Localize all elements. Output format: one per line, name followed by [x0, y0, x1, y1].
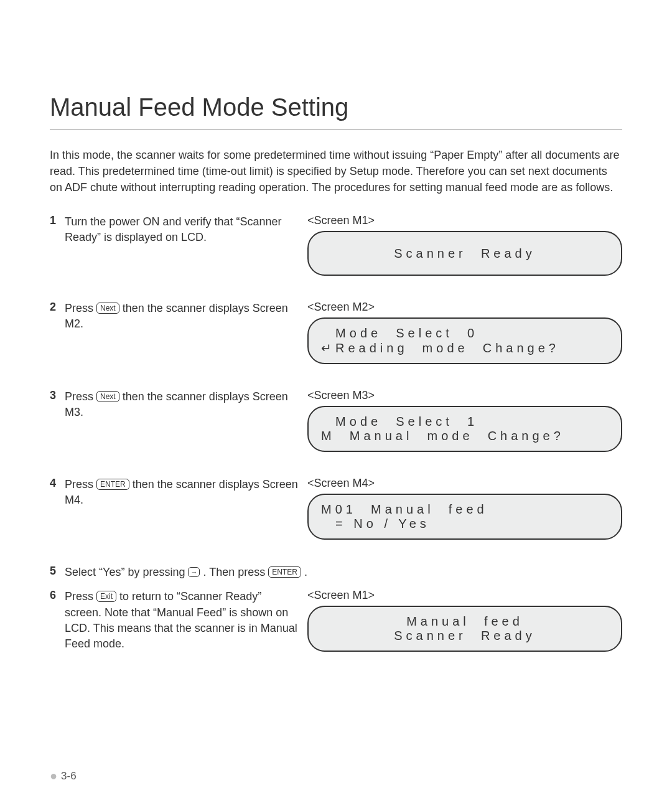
- step-number: 4: [50, 477, 65, 490]
- title-rule: [50, 129, 622, 129]
- manual-page: Manual Feed Mode Setting In this mode, t…: [0, 0, 672, 808]
- lcd-screen: Manual feed Scanner Ready: [307, 606, 622, 652]
- step-number: 1: [50, 214, 65, 227]
- page-title: Manual Feed Mode Setting: [50, 93, 622, 121]
- step-screen-col: <Screen M3> Mode Select 1 M Manual mode …: [301, 389, 622, 452]
- screen-label: <Screen M4>: [307, 477, 622, 490]
- step-row: 3 Press Next then the scanner displays S…: [50, 389, 622, 452]
- step-text-post: .: [304, 566, 307, 578]
- step-screen-col: <Screen M1> Manual feed Scanner Ready: [301, 589, 622, 652]
- enter-button[interactable]: ENTER: [96, 479, 129, 489]
- step-text-content: Turn the power ON and verify that “Scann…: [65, 215, 282, 243]
- step-text: Press Exit to return to “Scanner Ready” …: [65, 589, 301, 652]
- lcd-line2: = No / Yes: [321, 517, 609, 531]
- step-text-pre: Press: [65, 590, 96, 603]
- step-text-pre: Select “Yes” by pressing: [65, 566, 188, 578]
- step-screen-col: <Screen M1> Scanner Ready: [301, 214, 622, 276]
- lcd-line1: M01 Manual feed: [321, 502, 609, 517]
- screen-label: <Screen M1>: [307, 589, 622, 602]
- page-number: 3-6: [61, 770, 77, 782]
- screen-label: <Screen M3>: [307, 389, 622, 402]
- lcd-line2: M Manual mode Change?: [321, 429, 609, 443]
- next-button[interactable]: Next: [96, 303, 119, 313]
- step-text: Select “Yes” by pressing → . Then press …: [65, 565, 622, 580]
- step-number: 3: [50, 389, 65, 402]
- step-row: 2 Press Next then the scanner displays S…: [50, 301, 622, 364]
- step-row: 6 Press Exit to return to “Scanner Ready…: [50, 589, 622, 652]
- step-screen-col: <Screen M4> M01 Manual feed = No / Yes: [301, 477, 622, 540]
- lcd-screen: Mode Select 1 M Manual mode Change?: [307, 406, 622, 452]
- lcd-screen: Mode Select 0 ↵Reading mode Change?: [307, 317, 622, 364]
- step-number: 6: [50, 589, 65, 602]
- step-text-mid: . Then press: [203, 566, 268, 578]
- step-number: 2: [50, 301, 65, 314]
- right-arrow-button[interactable]: →: [188, 567, 200, 577]
- step-text-pre: Press: [65, 302, 96, 314]
- screen-label: <Screen M2>: [307, 301, 622, 314]
- step-row: 5 Select “Yes” by pressing → . Then pres…: [50, 565, 622, 580]
- step-row: 1 Turn the power ON and verify that “Sca…: [50, 214, 622, 276]
- step-number: 5: [50, 565, 65, 578]
- intro-paragraph: In this mode, the scanner waits for some…: [50, 147, 622, 195]
- lcd-line2: ↵Reading mode Change?: [321, 341, 609, 355]
- step-row: 4 Press ENTER then the scanner displays …: [50, 477, 622, 540]
- lcd-line1: Mode Select 0: [321, 326, 609, 341]
- lcd-line1: Manual feed: [321, 614, 609, 629]
- step-text: Turn the power ON and verify that “Scann…: [65, 214, 301, 245]
- page-footer: ●3-6: [50, 769, 77, 783]
- screen-label: <Screen M1>: [307, 214, 622, 227]
- lcd-line2: Scanner Ready: [321, 629, 609, 643]
- exit-button[interactable]: Exit: [96, 591, 116, 601]
- step-text-pre: Press: [65, 478, 96, 491]
- enter-button[interactable]: ENTER: [268, 566, 301, 577]
- lcd-screen: M01 Manual feed = No / Yes: [307, 494, 622, 540]
- footer-bullet-icon: ●: [50, 769, 57, 782]
- lcd-line2: Scanner Ready: [321, 247, 609, 261]
- step-screen-col: <Screen M2> Mode Select 0 ↵Reading mode …: [301, 301, 622, 364]
- lcd-line1: Mode Select 1: [321, 415, 609, 429]
- step-text: Press ENTER then the scanner displays Sc…: [65, 477, 301, 508]
- step-text: Press Next then the scanner displays Scr…: [65, 301, 301, 332]
- next-button[interactable]: Next: [96, 391, 119, 402]
- step-text: Press Next then the scanner displays Scr…: [65, 389, 301, 420]
- lcd-screen: Scanner Ready: [307, 231, 622, 276]
- step-text-pre: Press: [65, 390, 96, 403]
